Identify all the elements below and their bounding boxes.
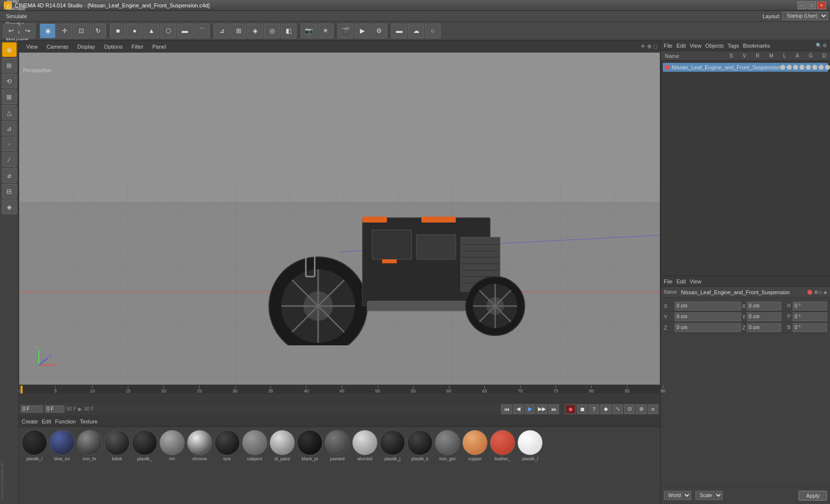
polygon-mode-button[interactable]: △ [2, 105, 17, 120]
undo-button[interactable]: ↩ [3, 24, 19, 38]
start-frame-input[interactable] [45, 405, 64, 413]
material-ball-3[interactable]: bdisk [104, 430, 130, 461]
viewport-icon-1[interactable]: ✛ [641, 43, 645, 50]
material-ball-9[interactable]: al_paint [269, 430, 295, 461]
deformer-button[interactable]: ⊿ [214, 24, 230, 38]
close-button[interactable]: ✕ [817, 1, 826, 9]
material-ball-11[interactable]: painted [325, 430, 350, 461]
attr-y-transform[interactable] [747, 312, 781, 321]
material-function-menu[interactable]: Function [55, 419, 76, 424]
material-ball-2[interactable]: iron_br [77, 430, 102, 461]
null-button[interactable]: ○ [425, 24, 441, 38]
viewport-icon-2[interactable]: ⊕ [647, 43, 652, 50]
material-ball-8[interactable]: calipers [242, 430, 267, 461]
window-controls[interactable]: – □ ✕ [798, 1, 826, 9]
material-ball-13[interactable]: plastik_j [380, 430, 405, 461]
knife-tool-button[interactable]: ∕ [2, 152, 17, 167]
obj-flag-r[interactable] [793, 65, 798, 70]
select-tool-button[interactable]: ◉ [2, 42, 17, 57]
material-texture-menu[interactable]: Texture [80, 419, 97, 424]
material-ball-17[interactable]: leather_ [490, 430, 515, 461]
viewport-scene[interactable]: X Y Z Perspective [19, 53, 660, 385]
attr-p-val[interactable] [793, 312, 827, 321]
obj-objects-menu[interactable]: Objects [705, 43, 723, 49]
material-ball-14[interactable]: plastik_k [407, 430, 433, 461]
material-ball-7[interactable]: tyre [214, 430, 240, 461]
redo-button[interactable]: ↪ [20, 24, 35, 38]
viewport-cameras-menu[interactable]: Cameras [43, 43, 73, 51]
magnet-tool-button[interactable]: ⌀ [2, 168, 17, 183]
timeline-settings[interactable]: ≡ [648, 404, 658, 414]
animate-button[interactable]: ⊙ [624, 404, 635, 414]
prev-frame-button[interactable]: ◀ [513, 404, 524, 414]
material-ball-15[interactable]: iron_gre [435, 430, 460, 461]
attr-z-pos[interactable] [675, 323, 741, 332]
obj-file-menu[interactable]: File [664, 43, 673, 49]
maximize-button[interactable]: □ [807, 1, 816, 9]
attr-y-pos[interactable] [675, 312, 741, 321]
material-edit-menu[interactable]: Edit [42, 419, 51, 424]
stop-button[interactable]: ⏹ [577, 404, 588, 414]
attr-z-transform[interactable] [747, 323, 781, 332]
material-ball-10[interactable]: black_pi [297, 430, 323, 461]
viewport-filter-menu[interactable]: Filter [127, 43, 147, 51]
sphere-button[interactable]: ● [127, 24, 143, 38]
scale-tool-button[interactable]: ⊠ [2, 89, 17, 104]
timeline-ruler[interactable]: 051015202530354045505560657075808590 [19, 386, 660, 393]
menu-item-animate[interactable]: Animate [2, 4, 33, 12]
obj-flag-l[interactable] [806, 65, 811, 70]
rotate-button[interactable]: ↻ [90, 24, 106, 38]
obj-item-0[interactable]: Nissan_Leaf_Engine_and_Front_Suspension [663, 63, 828, 72]
material-ball-1[interactable]: blue_iro [49, 430, 75, 461]
viewport-options-menu[interactable]: Options [100, 43, 126, 51]
apply-button[interactable]: Apply [799, 491, 827, 501]
obj-bookmarks-menu[interactable]: Bookmarks [743, 43, 770, 49]
coord-mode-select[interactable]: World [664, 491, 691, 500]
go-start-button[interactable]: ⏮ [501, 404, 512, 414]
obj-edit-menu[interactable]: Edit [677, 43, 686, 49]
obj-flag-d[interactable] [825, 65, 830, 70]
obj-flag-a[interactable] [812, 65, 817, 70]
play-button[interactable]: ▶ [525, 404, 535, 414]
render-settings-button[interactable]: ⚙ [371, 24, 387, 38]
move-tool-button[interactable]: ⊞ [2, 58, 17, 73]
cone-button[interactable]: ▲ [144, 24, 159, 38]
material-create-menu[interactable]: Create [22, 419, 38, 424]
layers-button[interactable]: ⊟ [2, 184, 17, 198]
deform-button[interactable]: ◈ [2, 199, 17, 214]
field-button[interactable]: ◎ [264, 24, 280, 38]
motion-button[interactable]: ⤡ [612, 404, 623, 414]
edge-mode-button[interactable]: ⊿ [2, 121, 17, 136]
material-ball-6[interactable]: chrome [187, 430, 212, 461]
current-frame-input[interactable] [21, 405, 43, 413]
attr-x-transform[interactable] [747, 302, 781, 310]
menu-item-simulate[interactable]: Simulate [2, 12, 33, 20]
attr-edit-menu[interactable]: Edit [677, 279, 686, 284]
material-ball-4[interactable]: plastik_ [132, 430, 157, 461]
light-button[interactable]: ☀ [318, 24, 333, 38]
render-view-button[interactable]: 🎬 [338, 24, 354, 38]
viewport-panel-menu[interactable]: Panel [148, 43, 170, 51]
render-button[interactable]: ▶ [355, 24, 370, 38]
attr-x-pos[interactable] [675, 302, 741, 310]
viewport-view-menu[interactable]: View [22, 43, 42, 51]
obj-search-icon[interactable]: 🔍 [816, 43, 822, 48]
minimize-button[interactable]: – [798, 1, 806, 9]
solo-button[interactable]: ? [589, 404, 599, 414]
obj-flag-g[interactable] [819, 65, 824, 70]
move-button[interactable]: ✛ [57, 24, 72, 38]
obj-flag-s[interactable] [780, 65, 785, 70]
obj-view-menu[interactable]: View [690, 43, 702, 49]
cube-button[interactable]: ■ [110, 24, 126, 38]
effector-button[interactable]: ◈ [247, 24, 263, 38]
keyframe-button[interactable]: ◆ [600, 404, 611, 414]
sky-button[interactable]: ☁ [408, 24, 424, 38]
obj-flag-m[interactable] [800, 65, 804, 70]
next-frame-button[interactable]: ▶▶ [536, 404, 547, 414]
material-ball-16[interactable]: cupper [462, 430, 488, 461]
attr-file-menu[interactable]: File [664, 279, 673, 284]
material-ball-18[interactable]: plastik_l [517, 430, 543, 461]
generator-button[interactable]: ⊞ [231, 24, 246, 38]
layout-select[interactable]: Startup (User) [782, 12, 828, 20]
floor-button[interactable]: ▬ [391, 24, 407, 38]
